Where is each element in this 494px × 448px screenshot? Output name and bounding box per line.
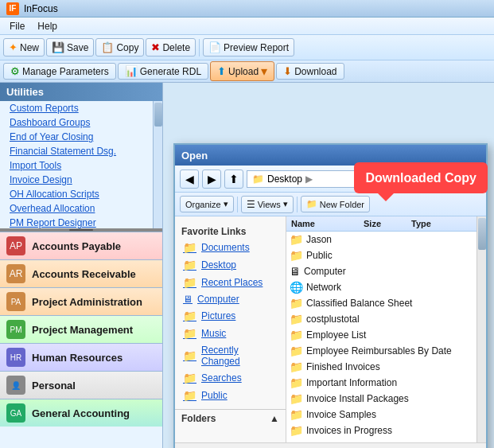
- row-icon-5: 📁: [290, 313, 303, 325]
- sidebar-section-human-resources[interactable]: HR Human Resources: [0, 343, 162, 371]
- dialog-up-button[interactable]: ⬆: [224, 169, 243, 189]
- link-searches[interactable]: 📁 Searches: [175, 369, 286, 387]
- recent-changed-icon: 📁: [183, 349, 196, 362]
- link-public[interactable]: 📁 Public: [175, 387, 286, 404]
- table-row[interactable]: 📁 Invoices in Progress: [286, 423, 486, 438]
- header-type: Type: [406, 219, 486, 228]
- row-icon-2: 🖥: [290, 265, 301, 278]
- header-name: Name: [286, 219, 359, 228]
- sidebar-link-overhead-allocation[interactable]: Overhead Allocation: [0, 201, 162, 216]
- link-computer[interactable]: 🖥 Computer: [175, 291, 286, 307]
- menu-file[interactable]: File: [3, 19, 31, 33]
- dialog-footer: File name: Open: [175, 442, 486, 448]
- download-button[interactable]: ⬇ Download: [276, 63, 344, 80]
- public-folder-icon: 📁: [183, 389, 196, 402]
- sidebar-link-end-of-year[interactable]: End of Year Closing: [0, 130, 162, 144]
- table-row[interactable]: 📁 costplustotal: [286, 311, 486, 327]
- dialog-right-scrollbar-thumb[interactable]: [478, 218, 486, 250]
- new-button[interactable]: ✦ New: [3, 38, 45, 56]
- main-area: Utilities Custom Reports Dashboard Group…: [0, 83, 494, 448]
- sidebar-section-general-accounting[interactable]: GA General Accounting: [0, 399, 162, 427]
- dialog-action-toolbar: Organize ▾ ☰ Views ▾ 📁 New Folder: [175, 193, 486, 216]
- dialog-back-button[interactable]: ◀: [180, 169, 199, 189]
- delete-button[interactable]: ✖ Delete: [146, 38, 196, 56]
- views-button[interactable]: ☰ Views ▾: [241, 196, 294, 213]
- link-recently-changed[interactable]: 📁 Recently Changed: [175, 342, 286, 369]
- sidebar-section-project-admin[interactable]: PA Project Administration: [0, 287, 162, 315]
- favorite-links-section: Favorite Links: [175, 224, 286, 239]
- link-desktop[interactable]: 📁 Desktop: [175, 256, 286, 274]
- table-row[interactable]: 🌐 Network: [286, 279, 486, 295]
- new-folder-button[interactable]: 📁 New Folder: [301, 196, 370, 212]
- save-button[interactable]: 💾 Save: [46, 38, 94, 56]
- desktop-folder-icon: 📁: [183, 259, 196, 271]
- sidebar-link-import-tools[interactable]: Import Tools: [0, 158, 162, 173]
- dialog-left-panel: Favorite Links 📁 Documents 📁 Desktop 📁 R…: [175, 216, 286, 442]
- dialog-right-scrollbar[interactable]: [476, 216, 486, 442]
- table-row[interactable]: 📁 Public: [286, 247, 486, 263]
- hr-icon: HR: [6, 348, 25, 367]
- dialog-forward-button[interactable]: ▶: [202, 169, 221, 189]
- sidebar-link-invoice-design[interactable]: Invoice Design: [0, 173, 162, 187]
- preview-button[interactable]: 📄 Preview Report: [203, 38, 294, 56]
- row-icon-9: 📁: [290, 376, 303, 389]
- folders-collapse-icon[interactable]: ▲: [270, 413, 279, 424]
- menu-help[interactable]: Help: [31, 19, 64, 33]
- row-icon-8: 📁: [290, 360, 303, 373]
- row-icon-10: 📁: [290, 392, 303, 405]
- ap-icon: AP: [6, 236, 25, 255]
- dialog-content: Favorite Links 📁 Documents 📁 Desktop 📁 R…: [175, 216, 486, 442]
- dialog-right-panel: Name Size Type 📁 Jason 📁 Public 🖥: [286, 216, 486, 442]
- table-row[interactable]: 📁 Invoice Install Packages: [286, 391, 486, 407]
- ga-icon: GA: [6, 403, 25, 423]
- manage-parameters-button[interactable]: ⚙ Manage Parameters: [3, 63, 116, 80]
- pm-label: Project Management: [32, 324, 133, 336]
- toolbar-main: ✦ New 💾 Save 📋 Copy ✖ Delete 📄 Preview R…: [0, 35, 494, 60]
- sidebar-section-accounts-payable[interactable]: AP Accounts Payable: [0, 232, 162, 259]
- sidebar-link-pm-report[interactable]: PM Report Designer: [0, 216, 162, 228]
- sidebar-section-accounts-receivable[interactable]: AR Accounts Receivable: [0, 259, 162, 287]
- sidebar-section-personal[interactable]: 👤 Personal: [0, 371, 162, 399]
- link-documents[interactable]: 📁 Documents: [175, 239, 286, 256]
- row-icon-0: 📁: [290, 233, 303, 246]
- sidebar-link-custom-reports[interactable]: Custom Reports: [0, 101, 162, 115]
- upload-icon: ⬆: [217, 65, 226, 77]
- table-row[interactable]: 📁 Classified Balance Sheet: [286, 295, 486, 311]
- new-folder-icon: 📁: [306, 199, 317, 209]
- table-row[interactable]: 📁 Employee Reimbursables By Date: [286, 343, 486, 359]
- upload-button[interactable]: ⬆ Upload ▾: [210, 61, 274, 81]
- table-row[interactable]: 📁 Important Information: [286, 375, 486, 391]
- organize-button[interactable]: Organize ▾: [180, 196, 234, 212]
- link-music[interactable]: 📁 Music: [175, 325, 286, 342]
- back-icon: ◀: [185, 173, 194, 185]
- personal-label: Personal: [32, 380, 76, 392]
- table-row[interactable]: 📁 Employee List: [286, 327, 486, 343]
- pictures-folder-icon: 📁: [183, 310, 196, 322]
- sidebar-title: Utilities: [0, 83, 162, 101]
- sidebar-link-financial-statement[interactable]: Financial Statement Dsg.: [0, 144, 162, 158]
- link-pictures[interactable]: 📁 Pictures: [175, 307, 286, 325]
- sidebar: Utilities Custom Reports Dashboard Group…: [0, 83, 163, 448]
- delete-icon: ✖: [151, 41, 160, 53]
- generate-rdl-button[interactable]: 📊 Generate RDL: [118, 63, 208, 80]
- dialog-title: Open: [181, 150, 208, 162]
- save-icon: 💾: [52, 41, 64, 53]
- toolbar-sep-1: [199, 39, 200, 56]
- ga-label: General Accounting: [32, 407, 130, 419]
- sidebar-scrollbar-thumb[interactable]: [154, 103, 162, 127]
- row-icon-6: 📁: [290, 329, 303, 341]
- table-row[interactable]: 📁 Finished Invoices: [286, 359, 486, 375]
- preview-icon: 📄: [208, 41, 221, 53]
- manage-icon: ⚙: [10, 65, 20, 77]
- link-recent-places[interactable]: 📁 Recent Places: [175, 274, 286, 291]
- pa-icon: PA: [6, 292, 25, 311]
- table-row[interactable]: 🖥 Computer: [286, 263, 486, 279]
- table-row[interactable]: 📁 Jason: [286, 232, 486, 247]
- sidebar-scrollbar[interactable]: [153, 101, 162, 228]
- copy-button[interactable]: 📋 Copy: [95, 38, 144, 56]
- dialog-file-list: 📁 Jason 📁 Public 🖥 Computer 🌐 Network: [286, 232, 486, 438]
- sidebar-section-project-management[interactable]: PM Project Management: [0, 315, 162, 343]
- sidebar-link-oh-allocation[interactable]: OH Allocation Scripts: [0, 187, 162, 201]
- table-row[interactable]: 📁 Invoice Samples: [286, 407, 486, 423]
- sidebar-link-dashboard-groups[interactable]: Dashboard Groups: [0, 115, 162, 130]
